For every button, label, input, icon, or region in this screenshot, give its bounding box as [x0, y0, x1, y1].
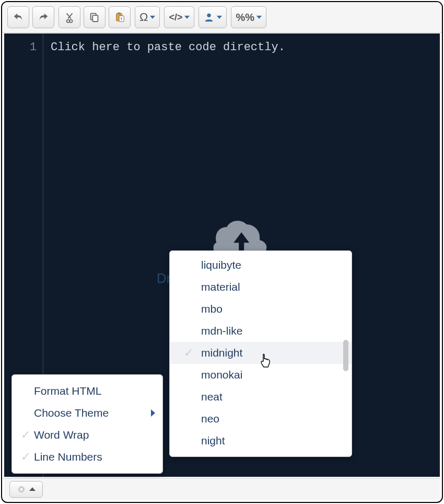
gear-icon — [17, 485, 26, 494]
theme-label: monokai — [201, 369, 242, 381]
theme-label: midnight — [201, 347, 242, 359]
settings-button[interactable] — [9, 481, 43, 498]
chevron-down-icon — [184, 16, 190, 19]
menu-label: Choose Theme — [34, 407, 151, 419]
svg-rect-3 — [118, 13, 121, 15]
chevron-down-icon — [256, 16, 262, 19]
status-bar — [4, 478, 440, 500]
check-icon: ✓ — [176, 346, 201, 360]
undo-icon — [13, 12, 24, 23]
paste-icon: T — [114, 12, 125, 23]
menu-label: Line Numbers — [34, 451, 155, 463]
code-button[interactable]: </> — [164, 6, 194, 28]
check-icon: ✓ — [17, 450, 34, 464]
copy-button[interactable] — [84, 6, 106, 28]
menu-item-choose-theme[interactable]: ✓ Choose Theme — [12, 402, 162, 424]
redo-button[interactable] — [32, 6, 54, 28]
redo-icon — [38, 12, 49, 23]
theme-label: neat — [201, 391, 223, 403]
menu-label: Format HTML — [34, 385, 155, 397]
theme-item-material[interactable]: ✓material — [170, 276, 352, 298]
paste-button[interactable]: T — [109, 6, 131, 28]
check-icon: ✓ — [176, 434, 201, 448]
theme-label: mdn-like — [201, 325, 242, 337]
check-icon: ✓ — [176, 412, 201, 426]
check-icon: ✓ — [17, 428, 34, 442]
check-icon: ✓ — [176, 258, 201, 272]
theme-item-midnight[interactable]: ✓midnight — [170, 342, 352, 364]
check-icon: ✓ — [176, 324, 201, 338]
undo-button[interactable] — [7, 6, 29, 28]
theme-item-liquibyte[interactable]: ✓liquibyte — [170, 254, 352, 276]
toolbar: T Ω </> %% — [2, 2, 442, 33]
chevron-down-icon — [217, 16, 222, 19]
chevron-right-icon — [151, 409, 155, 417]
menu-item-line-numbers[interactable]: ✓ Line Numbers — [12, 446, 162, 468]
svg-point-6 — [207, 14, 211, 17]
theme-label: material — [201, 281, 240, 293]
line-number: 1 — [4, 41, 37, 54]
theme-item-neo[interactable]: ✓neo — [170, 408, 352, 430]
theme-item-neat[interactable]: ✓neat — [170, 386, 352, 408]
user-icon — [203, 12, 215, 23]
theme-label: liquibyte — [201, 259, 241, 271]
editor-placeholder: Click here to paste code directly. — [51, 41, 440, 54]
scrollbar-thumb[interactable] — [343, 340, 348, 371]
menu-item-format-html[interactable]: ✓ Format HTML — [12, 380, 162, 402]
check-icon: ✓ — [176, 280, 201, 294]
check-icon: ✓ — [176, 390, 201, 404]
theme-item-monokai[interactable]: ✓monokai — [170, 364, 352, 386]
settings-menu: ✓ Format HTML ✓ Choose Theme ✓ Word Wrap… — [11, 374, 163, 474]
check-icon: ✓ — [176, 368, 201, 382]
cut-button[interactable] — [59, 6, 80, 28]
scissors-icon — [64, 12, 75, 23]
theme-item-mbo[interactable]: ✓mbo — [170, 298, 352, 320]
code-icon: </> — [169, 12, 182, 23]
chevron-down-icon — [150, 16, 155, 19]
theme-label: mbo — [201, 303, 223, 315]
copy-icon — [89, 12, 100, 23]
check-icon: ✓ — [17, 384, 34, 398]
theme-label: night — [201, 434, 225, 447]
theme-item-night[interactable]: ✓night — [170, 430, 352, 452]
theme-menu: ✓liquibyte✓material✓mbo✓mdn-like✓midnigh… — [169, 250, 352, 457]
theme-list[interactable]: ✓liquibyte✓material✓mbo✓mdn-like✓midnigh… — [170, 251, 352, 456]
chevron-up-icon — [29, 487, 36, 491]
special-char-button[interactable]: Ω — [135, 6, 160, 28]
percent-icon: %% — [236, 12, 254, 24]
variable-button[interactable]: %% — [231, 6, 266, 28]
svg-rect-1 — [92, 15, 98, 21]
theme-item-mdn-like[interactable]: ✓mdn-like — [170, 320, 352, 342]
theme-label: neo — [201, 413, 219, 425]
omega-icon: Ω — [139, 10, 148, 24]
menu-label: Word Wrap — [34, 429, 155, 441]
user-button[interactable] — [198, 6, 227, 28]
check-icon: ✓ — [176, 302, 201, 316]
menu-item-word-wrap[interactable]: ✓ Word Wrap — [12, 424, 162, 446]
check-icon: ✓ — [17, 406, 34, 420]
svg-text:T: T — [120, 17, 123, 21]
